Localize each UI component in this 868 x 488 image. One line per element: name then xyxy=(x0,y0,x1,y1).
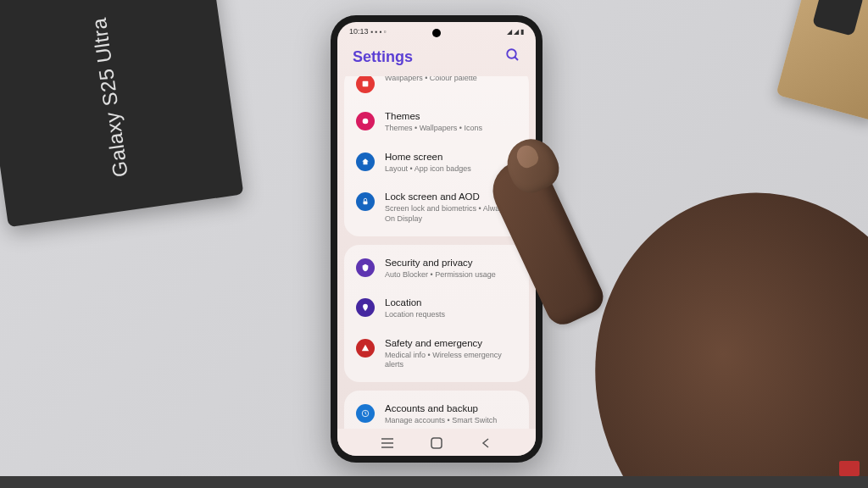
item-subtitle: Manage accounts • Smart Switch xyxy=(385,416,517,426)
item-title: Home screen xyxy=(385,151,517,164)
page-title: Settings xyxy=(353,48,413,66)
status-right-icons: ◢ ◢ ▮ xyxy=(507,28,524,36)
settings-group-personalization: Wallpapers • Colour palette Themes Theme… xyxy=(344,76,529,236)
home-icon xyxy=(356,152,375,171)
item-subtitle: Wallpapers • Colour palette xyxy=(385,76,517,84)
settings-header: Settings xyxy=(337,37,536,76)
navigation-bar xyxy=(337,429,536,456)
settings-item-wallpaper[interactable]: Wallpapers • Colour palette xyxy=(344,76,529,102)
settings-item-accounts[interactable]: Accounts and backup Manage accounts • Sm… xyxy=(344,394,529,429)
nav-back-button[interactable] xyxy=(473,435,498,451)
wallpaper-icon xyxy=(356,76,375,93)
video-logo xyxy=(839,461,860,476)
settings-item-safety[interactable]: Safety and emergency Medical info • Wire… xyxy=(344,329,529,379)
lock-icon xyxy=(356,192,375,211)
location-icon xyxy=(356,298,375,317)
status-time: 10:13 xyxy=(349,27,369,36)
settings-item-location[interactable]: Location Location requests xyxy=(344,288,529,329)
item-subtitle: Location requests xyxy=(385,310,517,320)
accounts-icon xyxy=(356,404,375,423)
settings-item-themes[interactable]: Themes Themes • Wallpapers • Icons xyxy=(344,102,529,142)
search-icon xyxy=(505,47,520,63)
product-box: Galaxy S25 Ultra xyxy=(0,0,243,227)
settings-scroll-area[interactable]: Wallpapers • Colour palette Themes Theme… xyxy=(337,76,536,429)
recents-icon xyxy=(381,437,394,449)
settings-item-lock-screen[interactable]: Lock screen and AOD Screen lock and biom… xyxy=(344,182,529,232)
item-subtitle: Layout • App icon badges xyxy=(385,164,517,175)
box-label: Galaxy S25 Ultra xyxy=(87,16,133,178)
svg-rect-2 xyxy=(363,81,369,87)
status-indicators: ▪ ▪ ▪ ▫ xyxy=(371,28,387,36)
emergency-icon xyxy=(356,339,375,358)
shield-icon xyxy=(356,258,375,277)
settings-group-accounts: Accounts and backup Manage accounts • Sm… xyxy=(344,391,529,429)
item-title: Themes xyxy=(385,110,517,123)
svg-point-3 xyxy=(363,119,369,125)
camera-cutout xyxy=(432,29,441,37)
item-title: Location xyxy=(385,297,517,309)
svg-line-1 xyxy=(515,57,518,60)
settings-item-security[interactable]: Security and privacy Auto Blocker • Perm… xyxy=(344,248,529,289)
themes-icon xyxy=(356,112,375,130)
svg-point-0 xyxy=(507,49,516,58)
nav-home-button[interactable] xyxy=(424,435,449,451)
phone-frame: 10:13 ▪ ▪ ▪ ▫ ◢ ◢ ▮ Settings xyxy=(331,15,542,463)
item-subtitle: Screen lock and biometrics • Always On D… xyxy=(385,204,517,224)
item-title: Lock screen and AOD xyxy=(385,191,517,203)
item-title: Security and privacy xyxy=(385,257,517,269)
item-subtitle: Auto Blocker • Permission usage xyxy=(385,270,517,280)
settings-group-security: Security and privacy Auto Blocker • Perm… xyxy=(344,245,529,383)
item-title: Accounts and backup xyxy=(385,402,517,415)
nav-recents-button[interactable] xyxy=(375,435,400,451)
item-title: Safety and emergency xyxy=(385,337,517,350)
search-button[interactable] xyxy=(505,47,520,66)
back-icon xyxy=(481,437,491,449)
svg-rect-4 xyxy=(364,202,368,205)
home-nav-icon xyxy=(431,437,442,449)
settings-item-home-screen[interactable]: Home screen Layout • App icon badges xyxy=(344,142,529,183)
item-subtitle: Themes • Wallpapers • Icons xyxy=(385,124,517,134)
video-bottom-bar xyxy=(0,476,868,488)
phone-screen: 10:13 ▪ ▪ ▪ ▫ ◢ ◢ ▮ Settings xyxy=(337,22,536,456)
item-subtitle: Medical info • Wireless emergency alerts xyxy=(385,351,517,370)
svg-rect-9 xyxy=(431,438,442,448)
